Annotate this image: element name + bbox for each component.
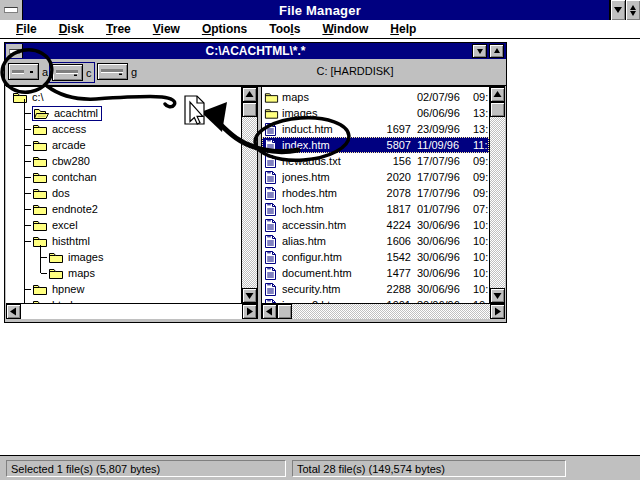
file-row-documenthtm[interactable]: document.htm147730/06/9610: <box>262 265 489 281</box>
menu-item-file[interactable]: File <box>8 21 45 38</box>
tree-horizontal-scrollbar[interactable] <box>6 303 257 319</box>
menu-item-tools[interactable]: Tools <box>261 21 308 38</box>
file-row-image2htm[interactable]: image2.htm190130/06/9610: <box>262 297 489 303</box>
scroll-thumb[interactable] <box>242 102 257 117</box>
arrow-up-icon <box>245 90 254 99</box>
file-date: 17/07/96 <box>417 155 471 167</box>
tree-item-arcade[interactable]: arcade <box>6 137 241 153</box>
folder-icon <box>32 203 48 216</box>
tree-item-acachtml[interactable]: acachtml <box>6 105 241 121</box>
file-time: 09: <box>473 91 489 103</box>
status-selected-info: Selected 1 file(s) (5,807 bytes) <box>6 460 286 477</box>
restore-up-icon <box>630 5 636 10</box>
scroll-left-button[interactable] <box>6 304 21 319</box>
file-row-images[interactable]: images06/06/9613: <box>262 105 489 121</box>
scroll-thumb[interactable] <box>277 304 292 319</box>
file-date: 30/06/96 <box>417 267 471 279</box>
arrow-left-icon <box>265 307 274 316</box>
file-time: 09: <box>473 155 489 167</box>
tree-vertical-scrollbar[interactable] <box>241 87 257 303</box>
file-row-securityhtm[interactable]: security.htm228830/06/9610: <box>262 281 489 297</box>
tree-item-contchan[interactable]: contchan <box>6 169 241 185</box>
file-row-maps[interactable]: maps02/07/9609: <box>262 89 489 105</box>
tree-item-label: cbw280 <box>52 155 90 167</box>
tree-connector-line <box>25 289 31 290</box>
drive-a-button[interactable] <box>8 63 39 80</box>
drive-a[interactable]: a <box>8 63 48 80</box>
tree-item-hpnew[interactable]: hpnew <box>6 281 241 297</box>
tree-item-label: access <box>52 123 86 135</box>
folder-icon <box>48 251 64 264</box>
scroll-track[interactable] <box>490 117 505 288</box>
floppy-drive-icon <box>11 67 36 76</box>
menu-item-tree[interactable]: Tree <box>98 21 139 38</box>
menu-item-disk[interactable]: Disk <box>51 21 92 38</box>
file-row-lochhtm[interactable]: loch.htm181701/07/9607: <box>262 201 489 217</box>
file-row-indexhtm[interactable]: index.htm580711/09/9611: <box>262 137 489 153</box>
menu-item-window[interactable]: Window <box>314 21 376 38</box>
directory-panes: c:\acachtmlaccessarcadecbw280contchandos… <box>6 86 505 319</box>
file-date: 02/07/96 <box>417 91 471 103</box>
scroll-right-button[interactable] <box>242 304 257 319</box>
tree-item-label: c:\ <box>32 91 44 103</box>
folder-icon <box>32 155 48 168</box>
folder-icon <box>32 299 48 304</box>
drive-c-button[interactable] <box>52 64 83 81</box>
menu-item-help[interactable]: Help <box>382 21 424 38</box>
drive-g-button[interactable] <box>97 63 128 80</box>
tree-item-histhtml[interactable]: histhtml <box>6 233 241 249</box>
file-size: 1606 <box>353 235 411 247</box>
hard-drive-icon <box>55 68 80 77</box>
file-date: 30/06/96 <box>417 283 471 295</box>
files-horizontal-scrollbar[interactable] <box>262 303 505 319</box>
file-size: 1901 <box>353 299 411 303</box>
file-size: 5807 <box>353 139 411 151</box>
tree-connector-line <box>41 273 47 274</box>
scroll-track[interactable] <box>292 304 490 319</box>
file-size: 156 <box>353 155 411 167</box>
file-row-configurhtm[interactable]: configur.htm154230/06/9610: <box>262 249 489 265</box>
tree-item-endnote2[interactable]: endnote2 <box>6 201 241 217</box>
scroll-thumb[interactable] <box>490 102 505 117</box>
scroll-up-button[interactable] <box>242 87 257 102</box>
minimize-icon <box>614 7 622 13</box>
scroll-right-button[interactable] <box>490 304 505 319</box>
drive-g[interactable]: g <box>97 63 137 80</box>
scroll-down-button[interactable] <box>242 288 257 303</box>
scroll-track[interactable] <box>242 117 257 288</box>
file-row-rhodeshtm[interactable]: rhodes.htm207817/07/9609: <box>262 185 489 201</box>
minimize-button[interactable] <box>610 0 625 20</box>
drive-c[interactable]: c <box>49 62 95 83</box>
arrow-down-icon <box>245 291 254 300</box>
tree-item-html[interactable]: html <box>6 297 241 303</box>
tree-item-access[interactable]: access <box>6 121 241 137</box>
restore-button[interactable] <box>625 0 640 20</box>
directory-titlebar[interactable]: C:\ACACHTML\*.* <box>5 43 506 59</box>
file-row-newaddstxt[interactable]: newadds.txt15617/07/9609: <box>262 153 489 169</box>
arrow-up-icon <box>493 90 502 99</box>
tree-connector-line <box>25 161 31 162</box>
directory-minimize-button[interactable] <box>472 44 487 58</box>
tree-item-cbw280[interactable]: cbw280 <box>6 153 241 169</box>
file-date: 30/06/96 <box>417 219 471 231</box>
file-row-aliashtm[interactable]: alias.htm160630/06/9610: <box>262 233 489 249</box>
tree-item-dos[interactable]: dos <box>6 185 241 201</box>
status-bar: Selected 1 file(s) (5,807 bytes) Total 2… <box>0 455 640 480</box>
tree-item-label: excel <box>52 219 78 231</box>
menu-bar: FileDiskTreeViewOptionsToolsWindowHelp <box>0 20 640 39</box>
file-row-inducthtm[interactable]: induct.htm169723/09/9613: <box>262 121 489 137</box>
files-vertical-scrollbar[interactable] <box>489 87 505 303</box>
directory-maximize-button[interactable] <box>489 44 504 58</box>
file-time: 10: <box>473 299 489 303</box>
document-icon <box>264 250 277 265</box>
scroll-down-button[interactable] <box>490 288 505 303</box>
tree-item-c[interactable]: c:\ <box>6 89 241 105</box>
menu-item-view[interactable]: View <box>145 21 188 38</box>
tree-item-excel[interactable]: excel <box>6 217 241 233</box>
menu-item-options[interactable]: Options <box>194 21 255 38</box>
scroll-up-button[interactable] <box>490 87 505 102</box>
file-name: index.htm <box>282 139 353 151</box>
file-row-accessinhtm[interactable]: accessin.htm422430/06/9610: <box>262 217 489 233</box>
file-row-joneshtm[interactable]: jones.htm202017/07/9609: <box>262 169 489 185</box>
scroll-left-button[interactable] <box>262 304 277 319</box>
